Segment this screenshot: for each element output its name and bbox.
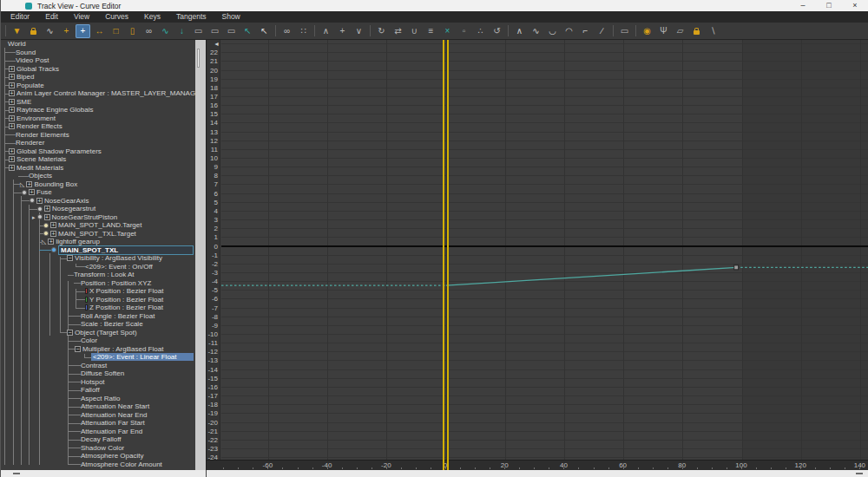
isolate-curve-button[interactable]: ∧ xyxy=(319,24,333,38)
tree-item[interactable]: Contrast xyxy=(1,362,195,370)
tree-item[interactable]: Scale : Bezier Scale xyxy=(1,320,195,329)
expand-icon[interactable]: + xyxy=(9,115,15,121)
pingpong-extrapolation-button[interactable]: ⇄ xyxy=(391,24,405,38)
scale-keys-button[interactable]: □ xyxy=(108,24,123,38)
tree-item[interactable]: <209>: Event : On/Off xyxy=(1,263,195,271)
constant-extrapolation-button[interactable]: ≡ xyxy=(424,24,438,38)
tree-item[interactable]: MAIN_SPOT_TXL xyxy=(1,246,195,255)
tree-item[interactable]: Position : Position XYZ xyxy=(1,279,195,288)
snap-frames-button[interactable]: ∿ xyxy=(43,24,57,38)
tree-item[interactable]: +Biped xyxy=(1,73,195,82)
tree-item[interactable]: ◺+Bounding Box xyxy=(1,180,195,189)
tree-item[interactable]: +NoseGearAxis xyxy=(1,197,195,206)
scale-values-button[interactable]: ▯ xyxy=(125,24,140,38)
expand-icon[interactable]: + xyxy=(9,90,15,96)
tree-item[interactable]: Falloff xyxy=(1,386,195,395)
smooth-curve-button[interactable]: ∖ xyxy=(706,24,720,38)
menu-view[interactable]: View xyxy=(66,11,97,23)
expand-icon[interactable]: + xyxy=(9,107,15,113)
tree-item[interactable]: +Environment xyxy=(1,114,195,123)
draw-curves-button[interactable]: ∿ xyxy=(158,24,173,38)
key-props-button-2[interactable]: ▭ xyxy=(207,24,222,38)
time-slider[interactable] xyxy=(443,40,449,470)
split-keys-button[interactable]: × xyxy=(440,24,455,38)
tree-item[interactable]: +Fuse xyxy=(1,188,195,197)
scatter-keys-button[interactable]: ∴ xyxy=(473,24,488,38)
cycle-button[interactable]: ↺ xyxy=(490,24,504,38)
collapse-icon[interactable]: − xyxy=(75,346,81,352)
expand-icon[interactable]: + xyxy=(48,238,54,245)
show-selected-curves-button[interactable]: ◉ xyxy=(640,24,654,38)
filters-button[interactable]: ▼ xyxy=(10,24,24,38)
slide-keys-button[interactable]: ↔ xyxy=(92,24,107,38)
tree-item[interactable]: +Global Tracks xyxy=(1,65,195,74)
tree-item[interactable]: Objects xyxy=(1,172,195,180)
tree-item[interactable]: Decay Falloff xyxy=(1,435,195,444)
select-cursor-button[interactable]: ↖ xyxy=(257,24,272,38)
expand-icon[interactable]: + xyxy=(9,74,15,80)
key-props-button-1[interactable]: ▭ xyxy=(191,24,206,38)
expand-icon[interactable]: + xyxy=(9,148,15,154)
loop-extrapolation-button[interactable]: ↻ xyxy=(374,24,389,38)
menu-tangents[interactable]: Tangents xyxy=(168,11,214,23)
expand-icon[interactable]: + xyxy=(9,82,15,88)
retime-tool-button[interactable]: ∞ xyxy=(141,24,156,38)
menu-show[interactable]: Show xyxy=(214,11,248,23)
tree-item[interactable]: ▸+NoseGearStrutPiston xyxy=(1,213,195,222)
break-tangents-button[interactable]: ▱ xyxy=(673,24,687,38)
expand-icon[interactable]: + xyxy=(26,181,32,187)
tree-item[interactable]: +MAIN_SPOT_LAND.Target xyxy=(1,221,195,230)
snap-grid-button[interactable]: ∷ xyxy=(296,24,311,38)
tree-item[interactable]: World xyxy=(1,40,195,49)
tree-item[interactable]: +Raytrace Engine Globals xyxy=(1,106,195,114)
tree-scrollbar[interactable] xyxy=(195,40,206,470)
collapse-icon[interactable]: − xyxy=(67,255,73,261)
key-props-button-3[interactable]: ▭ xyxy=(224,24,239,38)
menu-editor[interactable]: Editor xyxy=(3,11,37,23)
maximize-button[interactable]: □ xyxy=(816,0,842,11)
tree-item[interactable]: Renderer xyxy=(1,139,195,147)
tree-item[interactable]: <209>: Event : Linear Float xyxy=(1,353,195,362)
move-keys-tool-button[interactable]: + xyxy=(76,24,90,38)
tree-item[interactable]: Video Post xyxy=(1,56,195,65)
tree-item[interactable]: −Visibility : ArgBased Visibility xyxy=(1,254,195,263)
expand-icon[interactable]: + xyxy=(9,156,15,162)
graph-hscroll-thumb[interactable] xyxy=(856,473,863,474)
move-keys-button[interactable]: + xyxy=(59,24,74,38)
tree-item[interactable]: +Medit Materials xyxy=(1,164,195,173)
tree-item[interactable]: Color xyxy=(1,337,195,345)
time-ruler[interactable]: -60-40-20020406080100120140 xyxy=(207,460,868,470)
unify-tangents-button[interactable]: Ψ xyxy=(656,24,671,38)
key-pair-tools-button[interactable]: ▭ xyxy=(617,24,632,38)
add-keys-button[interactable]: ↓ xyxy=(174,24,189,38)
tree-item[interactable]: +Nosegearstrut xyxy=(1,205,195,213)
expand-icon[interactable]: + xyxy=(9,66,15,72)
tree-item[interactable]: −Object (Target Spot) xyxy=(1,329,195,337)
expand-icon[interactable]: + xyxy=(44,206,50,212)
lock-tangents-button[interactable] xyxy=(689,24,704,38)
tree-item[interactable]: Attenuation Far End xyxy=(1,428,195,436)
expand-icon[interactable]: + xyxy=(9,123,15,129)
set-tangents-spline-button[interactable]: ∿ xyxy=(529,24,543,38)
tree-item[interactable]: Transform : Look At xyxy=(1,271,195,279)
tree-item[interactable]: Hotspot xyxy=(1,378,195,387)
expand-icon[interactable]: + xyxy=(29,189,35,195)
tree-item[interactable]: +Populate xyxy=(1,82,195,90)
tree-item[interactable]: +MAIN_SPOT_TXL.Target xyxy=(1,230,195,238)
expand-icon[interactable]: + xyxy=(50,231,56,237)
expand-icon[interactable]: + xyxy=(9,165,15,171)
region-keys-button[interactable]: + xyxy=(335,24,350,38)
set-tangents-slow-button[interactable]: ◠ xyxy=(562,24,576,38)
expand-icon[interactable]: + xyxy=(9,99,15,105)
tree-item[interactable]: Atmosphere Color Amount xyxy=(1,461,195,469)
tree-hscroll-thumb[interactable] xyxy=(13,473,20,474)
region-select-button[interactable]: ↖ xyxy=(240,24,255,38)
tree-item[interactable]: Render Elements xyxy=(1,131,195,140)
tree-item[interactable]: Shadow Color xyxy=(1,444,195,453)
menu-edit[interactable]: Edit xyxy=(37,11,66,23)
relative-repeat-button[interactable]: ∪ xyxy=(407,24,422,38)
tree-item[interactable]: +Scene Materials xyxy=(1,155,195,164)
tree-item[interactable]: Atmosphere Opacity xyxy=(1,452,195,461)
tree-item[interactable]: X Position : Bezier Float xyxy=(1,287,195,296)
tree-item[interactable]: Aspect Ratio xyxy=(1,395,195,403)
